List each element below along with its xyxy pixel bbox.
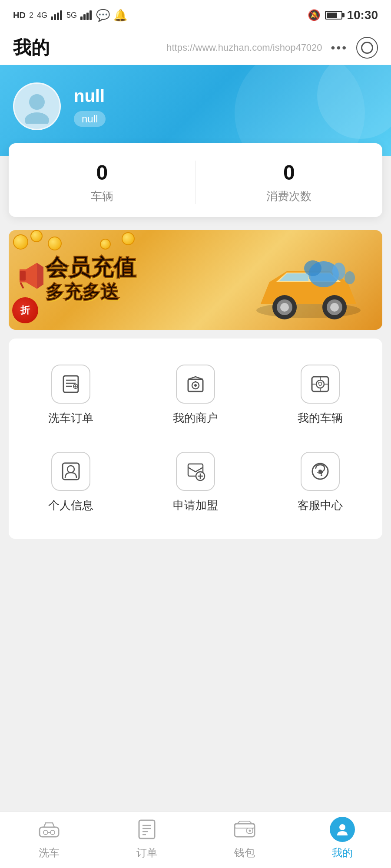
mute-icon: 🔕 [308,9,321,21]
wash-order-icon-box [51,365,90,404]
browser-bar: 我的 https://www.huzhan.com/ishop47020 ••• [0,30,391,65]
user-tag: null [74,111,106,127]
wash-order-item[interactable]: 洗车订单 [9,352,133,439]
signal-icons: HD 2 4G 5G 💬 🔔 [13,9,127,22]
my-merchant-icon-box [176,365,215,404]
mine-nav-icon [335,822,350,837]
svg-point-20 [330,303,339,312]
svg-point-17 [280,303,289,312]
personal-info-label: 个人信息 [48,498,93,513]
mine-nav-avatar [330,817,355,842]
apply-join-item[interactable]: 申请加盟 [133,439,258,526]
personal-info-item[interactable]: 个人信息 [9,439,133,526]
vehicle-count: 0 [96,161,108,184]
banner-sub-text: 多充多送 [46,280,136,305]
svg-rect-4 [80,16,83,20]
nav-item-wallet[interactable]: 钱包 [196,816,293,864]
chat-icon: 💬 [96,9,110,22]
svg-rect-11 [20,271,26,281]
nav-item-wash[interactable]: 洗车 [0,816,98,864]
bottom-nav: 洗车 订单 钱包 [0,812,391,868]
svg-point-50 [321,474,322,476]
bell-icon: 🔔 [113,9,127,22]
svg-point-23 [332,263,345,280]
order-nav-label: 订单 [136,846,157,860]
customer-service-item[interactable]: 客服中心 [258,439,382,526]
svg-point-37 [316,380,324,388]
nav-item-order[interactable]: 订单 [98,816,196,864]
menu-grid: 洗车订单 我的商户 [9,352,382,526]
personal-info-icon-box [51,452,90,491]
consumption-label: 消费次数 [266,189,311,204]
customer-service-label: 客服中心 [298,498,343,513]
time-display: 10:30 [347,8,378,22]
banner-text-area: 会员充值 多充多送 [46,255,136,304]
scan-icon [361,42,373,54]
svg-point-8 [29,94,45,110]
profile-text: null null [74,86,106,127]
status-right: 🔕 10:30 [308,8,378,22]
profile-info: null null [13,82,378,130]
my-merchant-label: 我的商户 [173,411,218,426]
empty-content-area [0,548,391,808]
svg-rect-7 [89,10,92,20]
username-display: null [74,86,106,106]
my-merchant-item[interactable]: 我的商户 [133,352,258,439]
svg-point-9 [25,112,49,124]
consumption-count-stat[interactable]: 0 消费次数 [196,161,383,204]
svg-point-22 [304,260,321,276]
my-merchant-icon [185,373,206,395]
svg-marker-12 [37,263,43,289]
mine-nav-icon-wrap [329,816,355,842]
network-2-icon: 2 [29,11,33,20]
battery-icon [325,11,342,20]
my-vehicle-icon-box [301,365,340,404]
svg-rect-0 [51,16,53,20]
svg-point-53 [50,830,55,835]
my-vehicle-icon [309,373,331,395]
nav-item-mine[interactable]: 我的 [293,816,391,864]
network-5g: 5G [66,11,77,20]
svg-point-63 [249,829,251,832]
menu-section: 洗车订单 我的商户 [9,339,382,539]
url-display: https://www.huzhan.com/ishop47020 [166,42,322,53]
svg-point-24 [345,271,355,284]
my-vehicle-item[interactable]: 我的车辆 [258,352,382,439]
apply-join-label: 申请加盟 [173,498,218,513]
svg-point-34 [194,384,197,387]
svg-rect-60 [235,824,255,837]
wash-nav-icon [38,820,60,838]
browser-url-area: https://www.huzhan.com/ishop47020 ••• [166,37,378,59]
discount-badge: 折 [12,297,38,323]
wash-nav-label: 洗车 [39,846,60,860]
svg-line-13 [21,283,23,288]
banner-main-text: 会员充值 [46,255,136,280]
more-options-button[interactable]: ••• [331,41,348,55]
personal-info-icon [60,460,82,482]
wallet-nav-icon-wrap [232,816,258,842]
wallet-nav-label: 钱包 [234,846,255,860]
svg-point-43 [67,466,74,473]
status-bar: HD 2 4G 5G 💬 🔔 🔕 10:30 [0,0,391,30]
svg-rect-5 [83,14,86,20]
signal-bar2-icon [80,10,93,20]
car-illustration [243,243,374,330]
wash-order-label: 洗车订单 [48,411,93,426]
consumption-count: 0 [283,161,295,184]
user-avatar-icon [20,89,54,124]
svg-rect-3 [60,10,62,20]
vehicle-count-stat[interactable]: 0 车辆 [9,161,196,204]
signal-4g: 4G [37,11,47,20]
order-nav-icon [137,819,156,840]
wash-order-icon [60,373,82,395]
scan-button[interactable] [356,37,378,59]
svg-point-52 [43,830,48,835]
svg-rect-6 [86,13,89,20]
signal-bar-icon [51,10,63,20]
hd-icon: HD [13,10,26,20]
vehicle-label: 车辆 [91,189,113,204]
promo-banner[interactable]: 会员充值 多充多送 折 [9,230,382,330]
mine-nav-label: 我的 [332,846,353,860]
customer-service-icon-box [301,452,340,491]
avatar[interactable] [13,82,61,130]
